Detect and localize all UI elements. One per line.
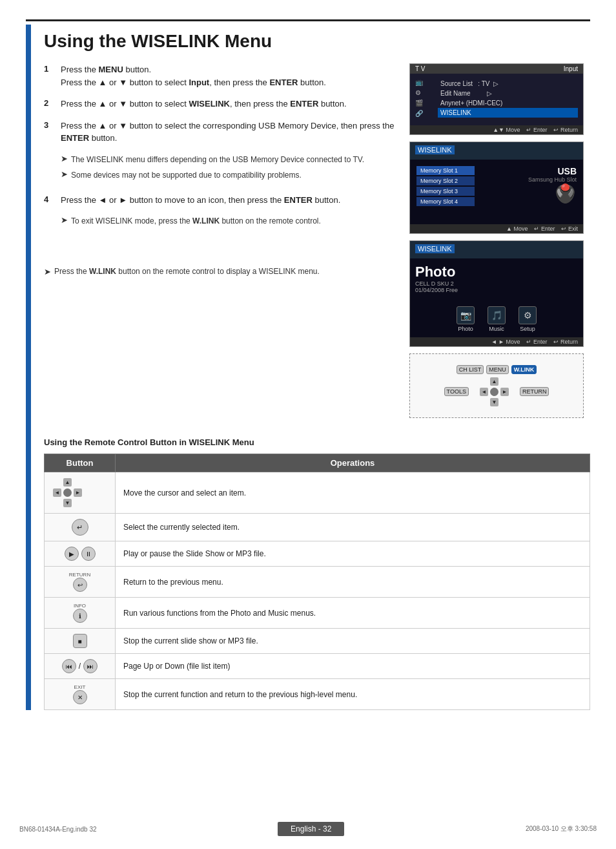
col-button: Button bbox=[45, 454, 116, 472]
footer-right: 2008-03-10 오후 3:30:58 bbox=[526, 824, 597, 833]
op-play-pause: Play or pause the Slide Show or MP3 file… bbox=[116, 541, 590, 567]
next-icon: ⏭ bbox=[83, 659, 98, 673]
tv3-footer-text: ◄ ► Move bbox=[491, 339, 520, 345]
step-4-num: 4 bbox=[44, 194, 57, 204]
tv-screen-1: T V Input 📺 ⚙ 🎬 🔗 bbox=[409, 63, 584, 135]
photo-screen: Photo CELL D SKU 201/04/2008 Free 📷 Phot… bbox=[410, 258, 583, 337]
step-4-note-1-text: To exit WISELINK mode, press the W.LINK … bbox=[71, 215, 321, 227]
tv-screen-2-footer: ▲ Move ↵ Enter ↩ Exit bbox=[410, 224, 583, 233]
enter-icon: ↵ bbox=[72, 519, 88, 536]
dpad-center-icon bbox=[63, 488, 72, 497]
tv-screen-3-footer: ◄ ► Move ↵ Enter ↩ Return bbox=[410, 337, 583, 346]
slash-divider: / bbox=[79, 662, 81, 671]
btn-stop-cell: ■ bbox=[45, 629, 116, 654]
table-section: Using the Remote Control Button in WISEL… bbox=[44, 437, 590, 710]
step-4-text: Press the ◄ or ► button to move to an ic… bbox=[61, 194, 340, 207]
return-btn: RETURN bbox=[520, 387, 549, 396]
btn-prev-next-cell: ⏮ / ⏭ bbox=[45, 654, 116, 679]
op-prev-next: Page Up or Down (file list item) bbox=[116, 654, 590, 679]
page-footer: BN68-01434A-Eng.indb 32 English - 32 200… bbox=[0, 822, 616, 836]
op-return: Return to the previous menu. bbox=[116, 567, 590, 598]
pause-icon: ⏸ bbox=[81, 547, 96, 561]
tv-screen-1-body: 📺 ⚙ 🎬 🔗 Source List : TV ▷ Edit Name ▷ A… bbox=[410, 74, 583, 125]
photo-label: Photo bbox=[458, 326, 473, 332]
w-link-btn: W.LINK bbox=[511, 365, 537, 374]
footer-left: BN68-01434A-Eng.indb 32 bbox=[19, 826, 97, 833]
usb-area: USB Samsung Hub Slot 🖲️ bbox=[528, 166, 577, 204]
exit-label: EXIT bbox=[74, 684, 86, 690]
tv3-footer-enter: ↵ Enter bbox=[526, 339, 547, 345]
left-bar bbox=[26, 25, 31, 710]
table-row: ▶ ⏸ Play or pause the Slide Show or MP3 … bbox=[45, 541, 590, 567]
tv-source-list: Source List : TV ▷ bbox=[438, 79, 578, 89]
step-3-num: 3 bbox=[44, 120, 57, 130]
step-1-text: Press the MENU button. Press the ▲ or ▼ … bbox=[61, 63, 326, 89]
tv-footer-text: ▲▼ Move bbox=[493, 127, 520, 133]
op-stop: Stop the current slide show or MP3 file. bbox=[116, 629, 590, 654]
tv-label: T V bbox=[415, 65, 425, 72]
step-1: 1 Press the MENU button. Press the ▲ or … bbox=[44, 63, 396, 89]
slot-4: Memory Slot 4 bbox=[416, 197, 475, 206]
step-2: 2 Press the ▲ or ▼ button to select WISE… bbox=[44, 98, 396, 110]
ref-table: Button Operations ▲ bbox=[44, 454, 590, 710]
tv-screen-2: WISELINK Memory Slot 1 Memory Slot 2 Mem… bbox=[409, 142, 584, 234]
btn-play-pause-cell: ▶ ⏸ bbox=[45, 541, 116, 567]
tv-footer-enter: ↵ Enter bbox=[526, 127, 547, 133]
op-dpad: Move the cursor and select an item. bbox=[116, 472, 590, 514]
btn-return-cell: RETURN ↩ bbox=[45, 567, 116, 598]
music-icon: 🎵 Music bbox=[488, 306, 506, 332]
photo-icons: 📷 Photo 🎵 Music ⚙ Setup bbox=[415, 306, 578, 332]
music-icon-circle: 🎵 bbox=[488, 306, 506, 324]
table-row: EXIT ✕ Stop the current function and ret… bbox=[45, 679, 590, 710]
usb-screen: Memory Slot 1 Memory Slot 2 Memory Slot … bbox=[410, 160, 583, 224]
photo-icon-circle: 📷 bbox=[457, 306, 475, 324]
section-note-text: Press the W.LINK button on the remote co… bbox=[54, 266, 320, 277]
tv-anynet: Anynet+ (HDMI-CEC) bbox=[438, 98, 578, 108]
step-3: 3 Press the ▲ or ▼ button to select the … bbox=[44, 120, 396, 145]
exit-icon: ✕ bbox=[73, 690, 87, 704]
two-col-layout: 1 Press the MENU button. Press the ▲ or … bbox=[44, 63, 590, 424]
step-1-num: 1 bbox=[44, 64, 57, 74]
dpad-right-icon: ► bbox=[74, 488, 82, 497]
music-label: Music bbox=[489, 326, 504, 332]
tv-edit-name: Edit Name ▷ bbox=[438, 89, 578, 98]
arrow-icon-2: ➤ bbox=[61, 169, 68, 179]
stop-icon: ■ bbox=[73, 634, 87, 648]
ch-list-btn: CH LIST bbox=[457, 365, 484, 374]
table-row: ■ Stop the current slide show or MP3 fil… bbox=[45, 629, 590, 654]
remote-row-2: TOOLS ▲ ◄ ► bbox=[444, 377, 549, 407]
step-4-area: 4 Press the ◄ or ► button to move to an … bbox=[44, 194, 396, 227]
step-2-num: 2 bbox=[44, 98, 57, 108]
tv2-footer-text: ▲ Move bbox=[506, 225, 528, 232]
step-3-text: Press the ▲ or ▼ button to select the co… bbox=[61, 120, 396, 145]
dpad-down-icon: ▼ bbox=[63, 499, 72, 507]
input-label: Input bbox=[564, 65, 578, 72]
subsection-title: Using the Remote Control Button in WISEL… bbox=[44, 437, 590, 447]
op-exit: Stop the current function and return to … bbox=[116, 679, 590, 710]
btn-exit-cell: EXIT ✕ bbox=[45, 679, 116, 710]
step-3-note-1: ➤ The WISELINK menu differs depending on… bbox=[61, 154, 396, 165]
return-icon: ↩ bbox=[73, 578, 87, 592]
dpad-left: ◄ bbox=[480, 388, 488, 396]
op-info: Run various functions from the Photo and… bbox=[116, 598, 590, 629]
dpad: ▲ ◄ ► ▼ bbox=[479, 377, 509, 407]
info-icon: ℹ bbox=[73, 609, 87, 623]
section-note: ➤ Press the W.LINK button on the remote … bbox=[44, 266, 396, 277]
photo-icon: 📷 Photo bbox=[457, 306, 475, 332]
step-3-note-1-text: The WISELINK menu differs depending on t… bbox=[71, 154, 364, 165]
arrow-icon-1: ➤ bbox=[61, 154, 68, 163]
menu-btn: MENU bbox=[486, 365, 509, 374]
btn-info-cell: INFO ℹ bbox=[45, 598, 116, 629]
usb-title: USB bbox=[528, 166, 577, 176]
setup-label: Setup bbox=[520, 326, 535, 332]
dpad-up: ▲ bbox=[490, 377, 498, 386]
step-4: 4 Press the ◄ or ► button to move to an … bbox=[44, 194, 396, 207]
right-col: T V Input 📺 ⚙ 🎬 🔗 bbox=[409, 63, 590, 424]
btn-enter-cell: ↵ bbox=[45, 514, 116, 541]
step-3-note-2: ➤ Some devices may not be supported due … bbox=[61, 169, 396, 181]
slot-3: Memory Slot 3 bbox=[416, 187, 475, 196]
page-wrapper: Using the WISELINK Menu 1 Press the MENU… bbox=[0, 0, 616, 849]
dpad-icon: ▲ ◄ ► ▼ bbox=[52, 477, 107, 508]
tv-screen-1-footer: ▲▼ Move ↵ Enter ↩ Return bbox=[410, 125, 583, 134]
tools-btn: TOOLS bbox=[444, 387, 469, 396]
